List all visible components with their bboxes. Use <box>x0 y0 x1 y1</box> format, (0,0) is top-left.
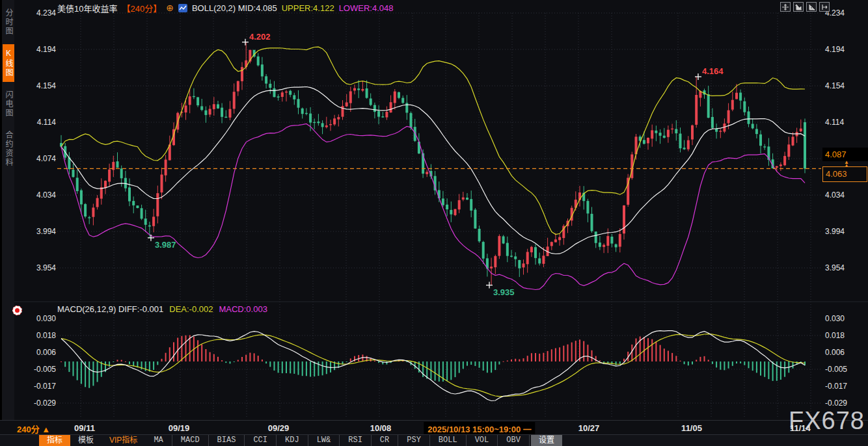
sidebar: 分时图 K线图 闪电图 合约资料 <box>0 0 14 420</box>
svg-text:4.114: 4.114 <box>825 118 844 127</box>
dea-line <box>61 334 805 397</box>
svg-text:-0.005: -0.005 <box>34 365 56 374</box>
macd-diff-value: MACD(26,12,9) DIFF:-0.001 <box>57 304 163 315</box>
macd-header: MACD(26,12,9) DIFF:-0.001 DEA:-0.002 MAC… <box>57 304 267 315</box>
candles-down <box>60 50 806 269</box>
macd-hist-value: MACD:0.003 <box>219 304 267 315</box>
charting-app: 4.2344.2344.1944.1944.1544.1544.1144.114… <box>0 0 868 446</box>
bottom-tab-mono[interactable]: RSI <box>340 435 372 446</box>
chart-thumbnail-icon[interactable] <box>178 4 187 12</box>
svg-text:4.234: 4.234 <box>36 8 56 18</box>
svg-text:0.030: 0.030 <box>36 314 56 323</box>
bottom-tab-vip[interactable]: VIP指标 <box>102 435 145 446</box>
jump-to-latest-icon[interactable]: ▲▲ <box>844 161 849 167</box>
sidebar-tab-contract-info[interactable]: 合约资料 <box>3 126 14 172</box>
svg-text:-0.005: -0.005 <box>825 365 847 374</box>
svg-text:4.034: 4.034 <box>36 190 56 200</box>
boll-mid-line <box>61 87 805 254</box>
svg-text:3.954: 3.954 <box>36 263 56 272</box>
x-axis-date: 10/08 <box>370 423 392 433</box>
sidebar-tab-kline[interactable]: K线图 <box>3 44 14 82</box>
svg-text:4.194: 4.194 <box>36 45 56 54</box>
boll-mid-value: BOLL(20,2) MID:4.085 <box>192 3 277 13</box>
indicator-toolbar: 指标模板VIP指标MAMACDBIASCCIKDJLW&RSICRPSYBOLL… <box>0 434 868 446</box>
svg-text:-0.029: -0.029 <box>34 399 56 408</box>
candles-up <box>92 50 802 269</box>
svg-text:4.074: 4.074 <box>36 154 56 163</box>
svg-text:4.194: 4.194 <box>825 45 845 54</box>
bottom-tab-mono[interactable]: BIAS <box>209 435 245 446</box>
svg-text:-0.029: -0.029 <box>825 399 847 408</box>
sidebar-tab-flash[interactable]: 闪电图 <box>3 86 14 122</box>
sidebar-tab-timeline[interactable]: 分时图 <box>3 4 14 40</box>
boll-lower-line <box>61 124 805 290</box>
bottom-tab-mono[interactable]: MACD <box>172 435 209 446</box>
bottom-tab-mono[interactable]: OBV <box>498 435 530 446</box>
pan-icon[interactable] <box>780 2 791 12</box>
bottom-tab-settings[interactable]: 设置 <box>531 435 562 446</box>
watermark: FX678 <box>789 407 865 435</box>
bottom-tab-mono[interactable]: LW& <box>308 435 340 446</box>
bottom-tab-mono[interactable]: MA <box>145 435 172 446</box>
svg-text:-0.017: -0.017 <box>825 382 847 391</box>
svg-text:0.006: 0.006 <box>36 348 56 357</box>
svg-text:0.006: 0.006 <box>825 348 845 357</box>
extreme-marker: 4.164 <box>695 66 724 80</box>
svg-text:3.935: 3.935 <box>493 287 515 297</box>
svg-text:4.164: 4.164 <box>702 66 724 76</box>
alert-icon[interactable] <box>12 306 22 315</box>
svg-text:3.954: 3.954 <box>825 263 845 272</box>
x-axis-date: 09/11 <box>74 423 95 433</box>
svg-text:3.987: 3.987 <box>155 240 176 250</box>
macd-dea-value: DEA:-0.002 <box>169 304 213 315</box>
period-selector[interactable]: 240分 ▲ <box>17 423 50 435</box>
add-indicator-icon[interactable]: ⊕ <box>166 4 174 12</box>
boll-lower-value: LOWER:4.048 <box>339 3 394 13</box>
chart-toolbar <box>780 2 830 12</box>
svg-text:4.034: 4.034 <box>825 190 845 200</box>
svg-text:3.994: 3.994 <box>825 227 845 236</box>
diff-line <box>61 331 805 401</box>
svg-text:0.018: 0.018 <box>825 331 845 340</box>
svg-text:-0.017: -0.017 <box>34 382 56 391</box>
last-price-tag: 4.063 <box>822 166 867 182</box>
pan-right-icon[interactable] <box>819 2 830 12</box>
x-axis-date: 11/05 <box>681 423 702 433</box>
svg-text:4.202: 4.202 <box>249 32 271 42</box>
svg-text:4.154: 4.154 <box>825 81 845 90</box>
bottom-tab-mono[interactable]: BOLL <box>430 435 467 446</box>
period-label: 【240分】 <box>122 2 161 14</box>
bottom-tab-active[interactable]: 指标 <box>39 435 70 446</box>
bottom-tab-mono[interactable]: KDJ <box>277 435 308 446</box>
extreme-marker: 3.935 <box>486 282 515 297</box>
x-axis-date: 09/29 <box>268 423 290 433</box>
svg-text:0.018: 0.018 <box>36 331 56 340</box>
price-header: 美债10年收益率 【240分】 ⊕ BOLL(20,2) MID:4.085 U… <box>57 2 393 14</box>
macd-hist-negative <box>64 361 806 388</box>
crosshair-date-tag: 2025/10/13 15:00~19:00 一 <box>424 422 535 436</box>
zoom-axis-left-icon[interactable] <box>793 2 804 12</box>
x-axis-date: 09/19 <box>169 423 190 433</box>
boll-upper-value: UPPER:4.122 <box>282 3 334 13</box>
svg-text:3.994: 3.994 <box>36 227 56 236</box>
x-axis-date: 10/27 <box>578 423 600 433</box>
chart-canvas[interactable]: 4.2344.2344.1944.1944.1544.1544.1144.114… <box>0 0 868 446</box>
symbol-title: 美债10年收益率 <box>57 2 117 14</box>
bottom-tab-mono[interactable]: CCI <box>245 435 277 446</box>
time-axis: 240分 ▲ 2025/10/13 15:00~19:00 一 09/1109/… <box>0 420 868 434</box>
bottom-tab-mono[interactable]: CR <box>372 435 398 446</box>
bottom-tab-plain[interactable]: 模板 <box>70 435 102 446</box>
zoom-axis-right-icon[interactable] <box>806 2 817 12</box>
svg-text:4.154: 4.154 <box>36 81 56 90</box>
bottom-tab-mono[interactable]: VOL <box>467 435 498 446</box>
svg-text:4.114: 4.114 <box>37 118 56 127</box>
bottom-tab-mono[interactable]: PSY <box>398 435 430 446</box>
svg-text:0.030: 0.030 <box>825 314 845 323</box>
